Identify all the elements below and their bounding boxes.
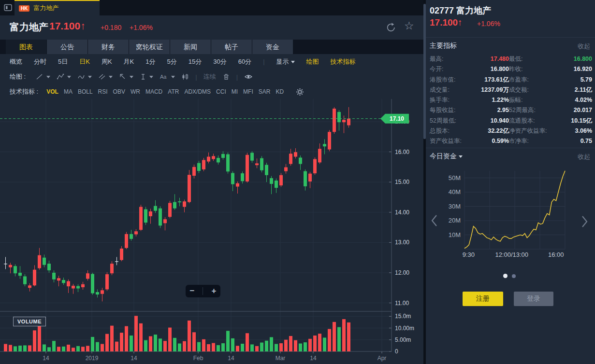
favorite-star-icon[interactable]: ☆ — [404, 19, 414, 32]
eye-icon[interactable] — [244, 73, 253, 81]
stat-label: 市净率: — [509, 136, 558, 146]
svg-text:12.00: 12.00 — [395, 269, 409, 276]
refresh-icon[interactable] — [385, 22, 397, 35]
collapse-today-fund-link[interactable]: 收起 — [578, 153, 590, 161]
zoom-in-button[interactable]: + — [212, 286, 217, 296]
svg-text:5.00m: 5.00m — [395, 336, 411, 343]
stat-label: 最低: — [509, 54, 558, 64]
period-15分[interactable]: 15分 — [189, 57, 202, 66]
channel-tool-icon[interactable] — [98, 73, 113, 81]
tab-公告[interactable]: 公告 — [47, 40, 87, 54]
period-概览[interactable]: 概览 — [10, 57, 22, 66]
period-分时[interactable]: 分时 — [34, 57, 46, 66]
prev-page-chevron[interactable] — [431, 214, 438, 229]
drawing-toolbar-label: 绘图 : — [10, 72, 26, 81]
arrow-tool-icon[interactable] — [119, 73, 133, 81]
stat-label: 振幅: — [509, 95, 558, 105]
volume-pane-label: VOLUME — [13, 317, 46, 326]
tab-资金[interactable]: 资金 — [252, 40, 293, 54]
draw-mode-toggle[interactable]: 绘图 — [306, 57, 319, 66]
stock-tab[interactable]: HK 富力地产 — [15, 0, 100, 15]
period-周K[interactable]: 周K — [102, 57, 112, 66]
candle-pattern-tool-icon[interactable] — [181, 73, 189, 81]
stat-value: 16.920 — [558, 64, 592, 74]
period-bar: 概览分时5日日K周K月K1分5分15分30分60分|显示绘图技术指标 — [0, 54, 423, 69]
svg-text:17.10: 17.10 — [390, 115, 404, 122]
indicator-ADX/DMS[interactable]: ADX/DMS — [184, 88, 211, 95]
period-月K[interactable]: 月K — [124, 57, 134, 66]
indicator-settings-gear-icon[interactable] — [296, 88, 304, 96]
polyline-tool-icon[interactable] — [57, 73, 71, 81]
svg-text:Aa: Aa — [160, 74, 167, 80]
stock-price: 17.100↑ — [49, 20, 86, 32]
toolbar-divider: | — [195, 73, 197, 81]
svg-text:16:00: 16:00 — [548, 251, 564, 258]
collapse-main-indicators-link[interactable]: 收起 — [578, 42, 590, 51]
trash-icon[interactable] — [222, 73, 230, 81]
stock-app-window: HK 富力地产 富力地产 17.100↑ +0.180 +1.06% ☆ 图表公… — [0, 0, 595, 364]
indicator-RSI[interactable]: RSI — [98, 88, 108, 95]
indicator-KD[interactable]: KD — [276, 88, 284, 95]
period-60分[interactable]: 60分 — [238, 57, 251, 66]
indicator-MFI[interactable]: MFI — [243, 88, 253, 95]
svg-text:13.00: 13.00 — [395, 239, 409, 246]
market-badge: HK — [19, 5, 29, 12]
period-1分[interactable]: 1分 — [145, 57, 155, 66]
collapse-sidebar-icon[interactable] — [4, 3, 13, 12]
next-page-chevron[interactable] — [580, 215, 588, 230]
login-button[interactable]: 登录 — [514, 292, 553, 306]
continuous-draw-toggle[interactable]: 连续 — [203, 72, 216, 81]
indicator-VOL[interactable]: VOL — [46, 88, 58, 95]
main-tab-bar: 图表公告财务窝轮权证新闻帖子资金 — [0, 40, 423, 54]
period-5日[interactable]: 5日 — [58, 57, 68, 66]
indicator-MI[interactable]: MI — [232, 88, 238, 95]
indicator-MACD[interactable]: MACD — [145, 88, 162, 95]
text-tool-icon[interactable]: Aa — [160, 73, 175, 81]
svg-text:50M: 50M — [449, 174, 461, 182]
tab-strip: HK 富力地产 — [0, 0, 423, 15]
register-button[interactable]: 注册 — [463, 292, 503, 306]
cursor-tool-icon[interactable] — [140, 73, 153, 81]
period-5分[interactable]: 5分 — [167, 57, 176, 66]
stat-value: 2.95 — [472, 105, 509, 115]
indicator-bar: 技术指标 : VOLMABOLLRSIOBVWRMACDATRADX/DMSCC… — [0, 84, 423, 99]
chart-zoom-control: − + — [186, 285, 220, 297]
indicator-CCI[interactable]: CCI — [216, 88, 226, 95]
stat-value: 0.75 — [558, 136, 592, 146]
tab-帖子[interactable]: 帖子 — [211, 40, 252, 54]
tab-图表[interactable]: 图表 — [6, 40, 46, 54]
indicator-SAR[interactable]: SAR — [259, 88, 271, 95]
indicator-BOLL[interactable]: BOLL — [78, 88, 93, 95]
svg-text:15.00: 15.00 — [395, 179, 409, 185]
page-dot-active[interactable] — [503, 274, 508, 278]
svg-text:9:30: 9:30 — [463, 251, 475, 258]
candlestick-chart[interactable]: 14201914Feb14Mar14Apr17.0016.0015.0014.0… — [0, 99, 423, 364]
quote-change-percent: +1.06% — [477, 20, 500, 28]
indicator-MA[interactable]: MA — [64, 88, 73, 95]
indicator-WR[interactable]: WR — [131, 88, 140, 95]
stat-value: 16.800 — [472, 64, 509, 74]
toolbar-divider: | — [236, 73, 238, 81]
svg-text:Feb: Feb — [193, 355, 203, 362]
stat-label: 今开: — [430, 64, 472, 74]
tech-indicator-toggle[interactable]: 技术指标 — [331, 57, 356, 66]
svg-text:40M: 40M — [449, 188, 461, 196]
tab-窝轮权证[interactable]: 窝轮权证 — [129, 40, 170, 54]
today-fund-title[interactable]: 今日资金 — [430, 152, 463, 161]
section-divider — [426, 37, 595, 38]
tab-新闻[interactable]: 新闻 — [170, 40, 211, 54]
indicator-OBV[interactable]: OBV — [113, 88, 125, 95]
period-日K[interactable]: 日K — [79, 57, 90, 66]
display-menu[interactable]: 显示 — [276, 57, 295, 66]
zoom-out-button[interactable]: − — [190, 286, 195, 296]
stat-label: 52周最低: — [430, 116, 472, 126]
indicator-ATR[interactable]: ATR — [168, 88, 179, 95]
stat-value: 17.480 — [472, 54, 509, 64]
period-30分[interactable]: 30分 — [213, 57, 226, 66]
zoom-control-divider — [203, 287, 203, 295]
line-tool-icon[interactable] — [36, 73, 50, 81]
main-indicators-title: 主要指标 — [430, 42, 457, 50]
wave-tool-icon[interactable] — [77, 73, 92, 81]
tab-财务[interactable]: 财务 — [88, 40, 129, 54]
page-dot[interactable] — [512, 274, 516, 278]
